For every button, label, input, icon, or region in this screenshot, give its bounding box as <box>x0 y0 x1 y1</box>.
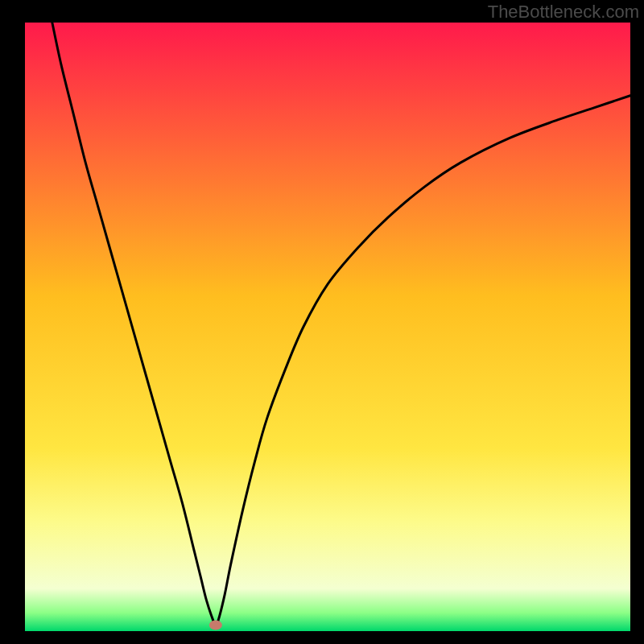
chart-marker <box>209 620 222 630</box>
chart-background <box>25 23 630 631</box>
chart-canvas <box>0 0 644 644</box>
attribution-text: TheBottleneck.com <box>488 2 639 23</box>
bottleneck-chart: TheBottleneck.com <box>0 0 644 644</box>
